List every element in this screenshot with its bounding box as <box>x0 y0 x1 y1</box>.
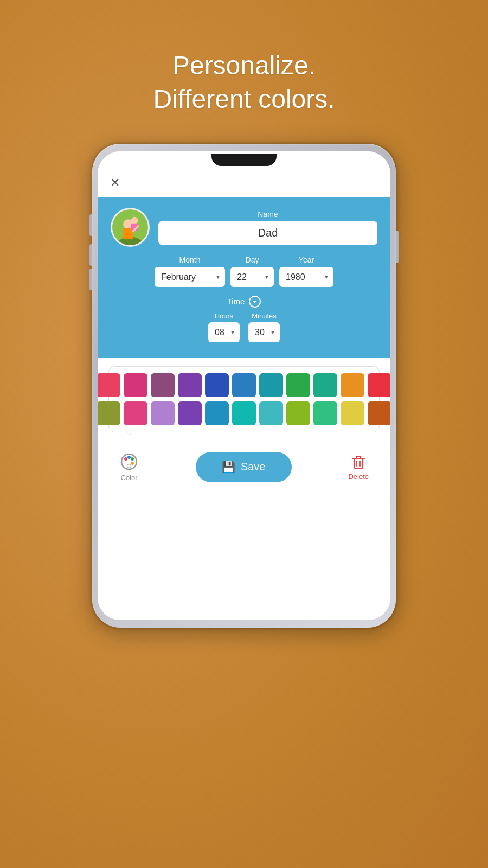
color-swatch[interactable] <box>259 373 283 397</box>
date-row: Month January February March April May J… <box>111 256 377 287</box>
year-field: Year 197819791980 19811982 <box>279 256 333 287</box>
color-swatch[interactable] <box>368 373 390 397</box>
top-bar: ✕ <box>98 169 390 197</box>
clock-icon: ⏷ <box>249 296 261 308</box>
profile-row: Name <box>111 208 377 247</box>
month-select[interactable]: January February March April May June Ju… <box>155 267 225 287</box>
svg-point-10 <box>131 457 134 461</box>
minutes-label: Minutes <box>252 312 277 320</box>
svg-point-4 <box>131 217 138 224</box>
color-swatch[interactable] <box>259 401 283 425</box>
svg-point-12 <box>127 464 131 468</box>
time-label: Time <box>227 297 245 306</box>
time-row: Time ⏷ Hours 08 09101112 <box>111 296 377 342</box>
svg-rect-15 <box>356 456 361 459</box>
color-swatch[interactable] <box>151 401 175 425</box>
year-select-wrap: 197819791980 19811982 <box>279 267 333 287</box>
color-swatch[interactable] <box>98 401 120 425</box>
color-swatch[interactable] <box>124 401 147 425</box>
color-swatch[interactable] <box>124 373 147 397</box>
day-field: Day 1234 5678 9101112 13141516 17181920 … <box>230 256 274 287</box>
svg-point-8 <box>124 457 127 461</box>
color-button[interactable]: Color <box>119 452 139 482</box>
minutes-select[interactable]: 00153045 <box>248 322 280 342</box>
svg-rect-13 <box>354 459 363 468</box>
color-swatch[interactable] <box>341 373 364 397</box>
name-field-wrap: Name <box>158 210 377 245</box>
color-swatch[interactable] <box>368 401 390 425</box>
color-swatch[interactable] <box>98 373 120 397</box>
color-swatch[interactable] <box>313 401 337 425</box>
palette-area <box>98 358 390 441</box>
month-field: Month January February March April May J… <box>155 256 225 287</box>
palette-icon <box>119 452 139 471</box>
day-select[interactable]: 1234 5678 9101112 13141516 17181920 2122… <box>230 267 274 287</box>
minutes-field: Minutes 00153045 <box>248 312 280 342</box>
phone-bottom <box>98 604 390 620</box>
save-icon: 💾 <box>222 461 235 474</box>
delete-button[interactable]: Delete <box>348 453 369 481</box>
color-swatch[interactable] <box>313 373 337 397</box>
color-swatch[interactable] <box>178 401 202 425</box>
color-swatch[interactable] <box>205 373 229 397</box>
month-select-wrap: January February March April May June Ju… <box>155 267 225 287</box>
name-input[interactable] <box>158 221 377 245</box>
svg-point-9 <box>127 456 131 459</box>
color-swatch[interactable] <box>341 401 364 425</box>
svg-point-11 <box>131 462 134 465</box>
save-button[interactable]: 💾 Save <box>196 452 292 482</box>
name-label: Name <box>158 210 377 219</box>
color-row-2 <box>114 401 374 425</box>
hours-field: Hours 08 09101112 <box>208 312 240 342</box>
phone-notch <box>98 151 390 169</box>
color-swatch[interactable] <box>232 401 256 425</box>
day-label: Day <box>246 256 259 264</box>
screen: ✕ <box>98 169 390 620</box>
delete-label: Delete <box>348 473 369 481</box>
year-select[interactable]: 197819791980 19811982 <box>279 267 333 287</box>
color-swatch[interactable] <box>286 401 310 425</box>
time-fields-row: Hours 08 09101112 Minutes <box>208 312 280 342</box>
action-bar: Color 💾 Save Del <box>98 441 390 495</box>
close-button[interactable]: ✕ <box>107 175 123 190</box>
phone-device: ✕ <box>92 144 396 628</box>
color-swatch[interactable] <box>151 373 175 397</box>
hours-select[interactable]: 08 09101112 <box>208 322 240 342</box>
color-swatch[interactable] <box>205 401 229 425</box>
white-space <box>98 495 390 604</box>
time-label-row: Time ⏷ <box>227 296 261 308</box>
color-swatch[interactable] <box>286 373 310 397</box>
year-label: Year <box>299 256 314 264</box>
notch <box>211 154 277 166</box>
color-swatch[interactable] <box>232 373 256 397</box>
form-area: Name Month January February <box>98 197 390 358</box>
avatar[interactable] <box>111 208 150 247</box>
color-row-1 <box>114 373 374 397</box>
headline: Personalize. Different colors. <box>153 49 335 117</box>
color-btn-label: Color <box>120 474 137 482</box>
day-select-wrap: 1234 5678 9101112 13141516 17181920 2122… <box>230 267 274 287</box>
minutes-select-wrap: 00153045 <box>248 322 280 342</box>
trash-icon <box>350 453 367 470</box>
palette-bubble <box>108 366 380 432</box>
month-label: Month <box>179 256 201 264</box>
hours-select-wrap: 08 09101112 <box>208 322 240 342</box>
color-swatch[interactable] <box>178 373 202 397</box>
hours-label: Hours <box>215 312 234 320</box>
